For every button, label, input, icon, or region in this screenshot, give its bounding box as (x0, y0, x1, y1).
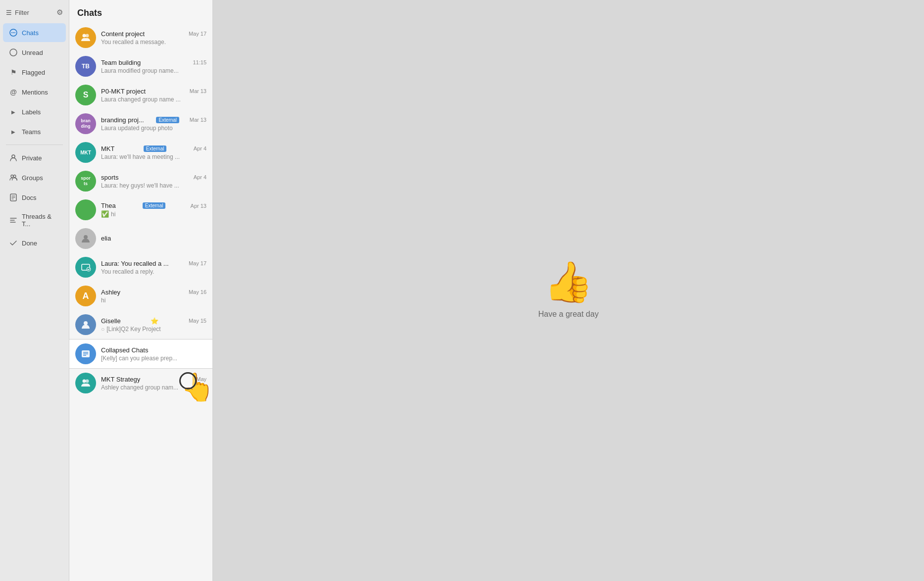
chat-item-collapsed-chats[interactable]: Collapsed Chats [Kelly] can you please p… (69, 339, 212, 369)
chat-preview: hi (101, 297, 206, 304)
chat-preview: Laura: we'll have a meeting ... (101, 153, 206, 160)
chat-name-row: Ashley May 16 (101, 289, 206, 296)
labels-chevron-icon: ▶ (9, 107, 18, 116)
chat-info: Team building 11:15 Laura modified group… (101, 59, 206, 74)
avatar (75, 373, 96, 393)
sidebar-item-label: Chats (22, 29, 39, 37)
chat-item-content-project[interactable]: Content project May 17 You recalled a me… (69, 23, 212, 52)
groups-icon (9, 173, 18, 182)
chat-preview: You recalled a reply. (101, 268, 206, 275)
sidebar-item-chats[interactable]: Chats (3, 23, 66, 42)
external-badge: External (144, 145, 167, 152)
chat-item-mkt[interactable]: MKT MKT External Apr 4 Laura: we'll have… (69, 138, 212, 167)
chat-item-thea[interactable]: Thea External Apr 13 ✅ hi (69, 195, 212, 224)
sidebar-item-unread[interactable]: Unread (3, 43, 66, 62)
chat-info: Thea External Apr 13 ✅ hi (101, 202, 206, 218)
flag-icon: ⚑ (9, 68, 18, 77)
chat-time: May 17 (189, 31, 206, 37)
avatar (75, 228, 96, 249)
sidebar-item-teams[interactable]: ▶ Teams (3, 122, 66, 141)
sidebar-item-label: Unread (22, 49, 43, 56)
svg-point-12 (83, 34, 86, 38)
chat-name-row: Giselle ⭐ May 15 (101, 317, 206, 325)
chat-name-row: P0-MKT project Mar 13 (101, 88, 206, 95)
chat-info: branding proj... External Mar 13 Laura u… (101, 116, 206, 132)
avatar (75, 27, 96, 48)
chats-icon (9, 28, 18, 37)
chat-name: Collapsed Chats (101, 346, 148, 354)
svg-point-13 (86, 34, 89, 38)
chat-item-elia[interactable]: elia (69, 224, 212, 253)
filter-button[interactable]: ☰ Filter (6, 9, 29, 16)
filter-icon: ☰ (6, 9, 12, 16)
chat-info: sports Apr 4 Laura: hey guys! we'll have… (101, 174, 206, 189)
done-icon (9, 239, 18, 247)
chat-name-row: MKT External Apr 4 (101, 145, 206, 152)
chat-info: MKT External Apr 4 Laura: we'll have a m… (101, 145, 206, 160)
chat-preview: Laura updated group photo (101, 125, 206, 132)
chat-item-sports[interactable]: sports sports Apr 4 Laura: hey guys! we'… (69, 167, 212, 195)
chat-name-row: Collapsed Chats (101, 346, 206, 354)
chat-name: Laura: You recalled a ... (101, 260, 169, 267)
sidebar-item-mentions[interactable]: @ Mentions (3, 83, 66, 101)
sidebar-item-flagged[interactable]: ⚑ Flagged (3, 63, 66, 82)
chat-list-header: Chats (69, 0, 212, 23)
check-icon: ✅ (101, 210, 109, 218)
sidebar-header: ☰ Filter ⚙ (0, 4, 69, 23)
thumbs-up-emoji: 👍 (544, 262, 593, 302)
chat-preview: ○ [Link]Q2 Key Project (101, 326, 206, 333)
chat-preview: [Kelly] can you please prep... (101, 355, 206, 362)
chat-name-row: MKT Strategy May (101, 376, 206, 383)
svg-point-3 (14, 32, 15, 33)
chat-time: May 15 (189, 318, 206, 324)
chat-item-branding[interactable]: branding branding proj... External Mar 1… (69, 109, 212, 138)
chat-name: MKT Strategy (101, 376, 140, 383)
sidebar-item-threads[interactable]: Threads & T... (3, 208, 66, 233)
chat-name-row: elia (101, 235, 206, 242)
chat-info: Collapsed Chats [Kelly] can you please p… (101, 346, 206, 362)
chat-info: elia (101, 235, 206, 243)
chat-info: P0-MKT project Mar 13 Laura changed grou… (101, 88, 206, 103)
external-badge: External (143, 202, 166, 209)
svg-point-14 (84, 235, 88, 239)
chat-item-ashley[interactable]: A Ashley May 16 hi (69, 282, 212, 310)
sidebar-item-done[interactable]: Done (3, 234, 66, 252)
threads-icon (9, 216, 18, 225)
chat-info: Content project May 17 You recalled a me… (101, 30, 206, 46)
star-icon: ⭐ (151, 317, 158, 325)
sidebar-item-private[interactable]: Private (3, 148, 66, 167)
chat-name-row: Thea External Apr 13 (101, 202, 206, 209)
sidebar-item-docs[interactable]: Docs (3, 188, 66, 207)
chat-name: Thea (101, 202, 116, 209)
chat-preview: Laura: hey guys! we'll have ... (101, 182, 206, 189)
chat-time: Mar 13 (190, 88, 206, 94)
avatar: branding (75, 113, 96, 134)
sidebar-item-labels[interactable]: ▶ Labels (3, 102, 66, 121)
chat-item-giselle[interactable]: Giselle ⭐ May 15 ○ [Link]Q2 Key Project (69, 310, 212, 339)
mentions-icon: @ (9, 88, 18, 97)
chat-list: Content project May 17 You recalled a me… (69, 23, 212, 581)
svg-point-23 (86, 380, 89, 383)
chat-name: MKT (101, 145, 114, 152)
svg-point-2 (13, 32, 14, 33)
sidebar-item-label: Done (22, 240, 37, 247)
settings-icon[interactable]: ⚙ (56, 8, 63, 17)
chat-item-team-building[interactable]: TB Team building 11:15 Laura modified gr… (69, 52, 212, 81)
chat-time: Apr 4 (194, 174, 206, 180)
chat-item-laura-recalled[interactable]: Laura: You recalled a ... May 17 You rec… (69, 253, 212, 282)
chat-item-p0-mkt[interactable]: S P0-MKT project Mar 13 Laura changed gr… (69, 81, 212, 109)
sidebar-separator (6, 145, 63, 145)
chat-name: elia (101, 235, 111, 242)
sidebar-item-label: Labels (22, 108, 41, 116)
chat-preview: You recalled a message. (101, 39, 206, 46)
chat-time: Apr 4 (194, 145, 206, 151)
avatar: S (75, 85, 96, 105)
private-icon (9, 153, 18, 162)
sidebar-item-label: Flagged (22, 69, 45, 76)
sidebar-item-label: Private (22, 154, 42, 162)
chat-name: P0-MKT project (101, 88, 146, 95)
chat-name: Team building (101, 59, 141, 66)
avatar (75, 199, 96, 220)
sidebar-item-groups[interactable]: Groups (3, 168, 66, 187)
chat-item-mkt-strategy[interactable]: MKT Strategy May Ashley changed group na… (69, 369, 212, 397)
